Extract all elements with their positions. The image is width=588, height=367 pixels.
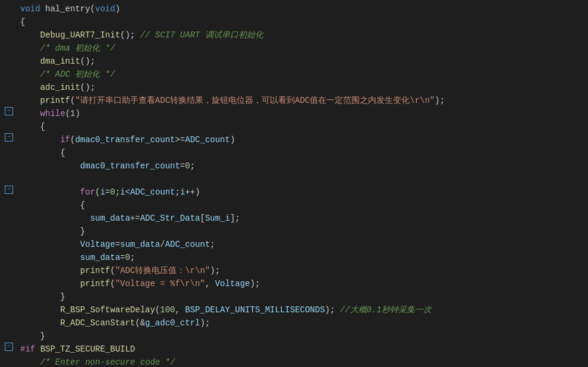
code-line: Debug_UART7_Init(); // SCI7 UART 调试串口初始化	[0, 29, 588, 42]
code-content: #if BSP_TZ_SECURE_BUILD	[18, 343, 588, 356]
code-token	[20, 187, 80, 197]
code-token: }	[20, 292, 65, 302]
code-token: Sum_i	[205, 214, 230, 223]
code-token: ,	[175, 305, 185, 315]
code-editor: void hal_entry(void){ Debug_UART7_Init()…	[0, 0, 588, 367]
code-content: printf("Voltage = %f\r\n", Voltage);	[18, 277, 588, 290]
code-line: /* dma 初始化 */	[0, 42, 588, 55]
code-content: printf("ADC转换电压值：\r\n");	[18, 264, 588, 277]
collapse-icon[interactable]: −	[5, 133, 13, 142]
code-token: {	[20, 17, 25, 27]
code-line: sum_data+=ADC_Str_Data[Sum_i];	[0, 212, 588, 225]
code-token: 0	[125, 253, 130, 262]
code-line: }	[0, 290, 588, 303]
collapse-icon[interactable]: −	[5, 343, 13, 351]
code-content: {	[18, 199, 588, 212]
code-line	[0, 172, 588, 186]
code-content: void hal_entry(void)	[18, 2, 588, 15]
code-token: "Voltage = %f\r\n"	[115, 279, 205, 288]
code-token: sum_data	[80, 253, 120, 262]
code-content: if(dmac0_transfer_count>=ADC_count)	[18, 133, 588, 146]
code-token: ;	[130, 253, 135, 262]
code-token: dmac0_transfer_count	[75, 135, 175, 145]
code-token	[20, 240, 80, 249]
code-token: ADC_count	[185, 135, 230, 145]
code-token: ;	[210, 240, 215, 249]
code-token: =	[180, 161, 185, 171]
code-token: ++	[185, 187, 195, 197]
code-line: printf("Voltage = %f\r\n", Voltage);	[0, 277, 588, 290]
code-token: ,	[205, 279, 215, 288]
code-content: }	[18, 290, 588, 303]
code-token: {	[20, 148, 65, 158]
code-token: (	[65, 109, 70, 118]
code-token: =	[115, 240, 120, 249]
code-content: {	[18, 120, 588, 133]
code-content: Voltage=sum_data/ADC_count;	[18, 238, 588, 251]
code-token: =	[105, 187, 110, 197]
code-token: // SCI7 UART 调试串口初始化	[140, 30, 263, 40]
code-token: BSP_TZ_SECURE_BUILD	[40, 344, 136, 354]
code-line: printf("请打开串口助手查看ADC转换结果，旋钮电位器，可以看到ADC值在…	[0, 94, 588, 107]
code-token: R_BSP_SoftwareDelay	[60, 305, 155, 315]
code-line: }	[0, 330, 588, 343]
code-line: R_BSP_SoftwareDelay(100, BSP_DELAY_UNITS…	[0, 303, 588, 316]
code-token	[20, 96, 40, 105]
code-token	[20, 30, 40, 40]
code-token	[35, 344, 40, 354]
code-token: printf	[80, 279, 110, 288]
code-token: ;	[175, 187, 180, 197]
code-line: Voltage=sum_data/ADC_count;	[0, 238, 588, 251]
code-token: )	[230, 135, 235, 145]
code-token: g_adc0_ctrl	[145, 318, 200, 328]
code-line: printf("ADC转换电压值：\r\n");	[0, 264, 588, 277]
code-token: ADC_count	[165, 240, 210, 249]
code-token	[20, 357, 40, 367]
code-content: dmac0_transfer_count=0;	[18, 159, 588, 172]
code-token: {	[20, 200, 85, 210]
code-token: }	[20, 331, 45, 341]
code-token: ();	[120, 30, 140, 40]
code-token: 0	[110, 187, 115, 197]
code-token: (	[110, 266, 115, 275]
code-line: }	[0, 225, 588, 238]
code-line: − for(i=0;i<ADC_count;i++)	[0, 186, 588, 199]
code-content: sum_data=0;	[18, 251, 588, 264]
collapse-icon[interactable]: −	[5, 107, 13, 115]
code-token: i	[100, 187, 105, 197]
code-token: (	[155, 305, 160, 315]
collapse-icon[interactable]: −	[5, 186, 13, 194]
code-token	[20, 83, 40, 92]
code-token: "请打开串口助手查看ADC转换结果，旋钮电位器，可以看到ADC值在一定范围之内发…	[75, 96, 435, 105]
code-token: //大概0.1秒钟采集一次	[340, 305, 432, 315]
code-content: dma_init();	[18, 55, 588, 68]
code-line: {	[0, 199, 588, 212]
code-token: ];	[230, 214, 240, 223]
code-line: − while(1)	[0, 107, 588, 120]
code-token: if	[60, 135, 70, 145]
code-content: {	[18, 15, 588, 29]
code-token: (&	[135, 318, 145, 328]
code-line: adc_init();	[0, 81, 588, 94]
code-token: dmac0_transfer_count	[80, 161, 180, 171]
code-token: BSP_DELAY_UNITS_MILLISECONDS	[185, 305, 325, 315]
code-token: void	[95, 4, 115, 14]
code-token: );	[210, 266, 220, 275]
code-content: }	[18, 225, 588, 238]
code-token: /* ADC 初始化 */	[40, 70, 115, 79]
code-token	[20, 279, 80, 288]
code-token: sum_data	[120, 240, 160, 249]
code-token: adc_init	[40, 83, 80, 92]
code-content: Debug_UART7_Init(); // SCI7 UART 调试串口初始化	[18, 29, 588, 42]
code-token: )	[115, 4, 120, 14]
code-token: {	[20, 122, 45, 131]
code-token: ();	[80, 57, 95, 66]
code-line: {	[0, 15, 588, 29]
code-token: #if	[20, 344, 35, 354]
code-token: )	[195, 187, 200, 197]
code-line: dma_init();	[0, 55, 588, 68]
code-token: R_ADC_ScanStart	[60, 318, 135, 328]
code-token: ADC_Str_Data	[140, 214, 200, 223]
code-line: /* ADC 初始化 */	[0, 68, 588, 81]
code-token: 0	[185, 161, 190, 171]
